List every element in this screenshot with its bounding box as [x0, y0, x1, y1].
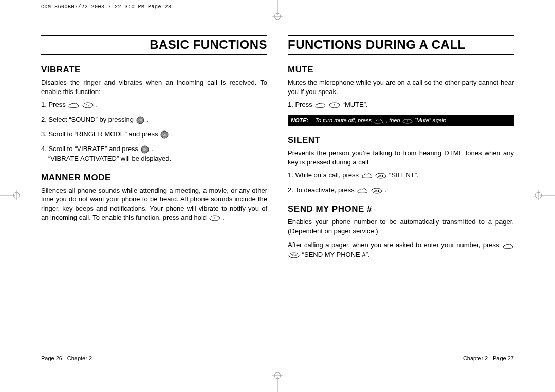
- menu-key-icon: [502, 241, 513, 250]
- ok-key-icon: OK: [141, 145, 149, 154]
- note-label: NOTE:: [291, 117, 308, 123]
- silent-steps: 1. While on a call, press 2ᴀʙ “SILENT”. …: [288, 171, 514, 195]
- step-text-end: “MUTE”.: [343, 101, 368, 108]
- silent-step-1: 1. While on a call, press 2ᴀʙ “SILENT”.: [288, 171, 514, 180]
- page-left: BASIC FUNCTIONS VIBRATE Disables the rin…: [41, 31, 267, 361]
- one-key-icon: 1: [402, 117, 413, 124]
- ok-key-icon: OK: [136, 115, 144, 124]
- svg-text:3ᴅᴇ: 3ᴅᴇ: [291, 254, 297, 257]
- send-body-a: After calling a pager, when you are aske…: [288, 241, 502, 249]
- svg-text:5ᴊᴋ: 5ᴊᴋ: [86, 104, 90, 107]
- svg-text:OK: OK: [138, 119, 142, 122]
- mute-note: NOTE: To turn mute off, press , then 1 “…: [288, 115, 514, 126]
- menu-key-icon: [374, 117, 384, 124]
- crop-mark-right: [534, 190, 555, 200]
- silent-intro: Prevents the person you’re talking to fr…: [288, 148, 514, 166]
- crop-mark-top: [272, 0, 283, 21]
- page-title-left: BASIC FUNCTIONS: [41, 35, 267, 55]
- star-key-icon: *: [209, 213, 220, 222]
- footer-right: Chapter 2 - Page 27: [463, 355, 514, 361]
- mute-intro: Mutes the microphone while you are on a …: [288, 78, 514, 96]
- step-text: 1. Press: [41, 101, 67, 108]
- heading-manner-mode: MANNER MODE: [41, 173, 267, 183]
- note-text-a: To turn mute off, press: [315, 117, 373, 123]
- note-text-b: , then: [386, 117, 402, 123]
- page-spread: BASIC FUNCTIONS VIBRATE Disables the rin…: [41, 31, 514, 361]
- ok-key-icon: OK: [160, 130, 169, 139]
- step-text-end: “SILENT”.: [389, 171, 419, 179]
- vibrate-step-2: 2. Select “SOUND” by pressing OK .: [41, 115, 267, 125]
- five-key-icon: 5ᴊᴋ: [82, 101, 94, 110]
- heading-mute: MUTE: [288, 65, 514, 75]
- send-intro: Enables your phone number to be automati…: [288, 217, 514, 235]
- menu-key-icon: [357, 185, 368, 195]
- heading-vibrate: VIBRATE: [41, 65, 267, 75]
- mute-step-1: 1. Press 1 “MUTE”.: [288, 100, 514, 110]
- step-text-end: .: [151, 145, 153, 153]
- svg-text:OK: OK: [143, 148, 147, 151]
- crop-mark-left: [0, 190, 21, 200]
- step-text-end: .: [385, 186, 387, 194]
- step-subtext: “VIBRATE ACTIVATED” will be displayed.: [48, 154, 267, 163]
- svg-text:1: 1: [334, 104, 336, 107]
- vibrate-step-3: 3. Scroll to “RINGER MODE” and press OK …: [41, 129, 267, 139]
- note-text-c: “Mute” again.: [415, 117, 448, 123]
- step-text: 2. To deactivate, press: [288, 186, 356, 194]
- step-text: 4. Scroll to “VIBRATE” and press: [41, 145, 140, 153]
- step-text-end: .: [96, 101, 98, 108]
- step-text: 1. While on a call, press: [288, 171, 361, 179]
- two-key-icon: 2ᴀʙ: [375, 171, 386, 180]
- heading-silent: SILENT: [288, 135, 514, 145]
- page-right: FUNCTIONS DURING A CALL MUTE Mutes the m…: [288, 31, 514, 361]
- svg-text:*: *: [214, 216, 215, 221]
- vibrate-step-4: 4. Scroll to “VIBRATE” and press OK . “V…: [41, 144, 267, 163]
- svg-text:2ᴀʙ: 2ᴀʙ: [374, 189, 380, 192]
- three-key-icon: 3ᴅᴇ: [288, 251, 300, 260]
- vibrate-step-1: 1. Press 5ᴊᴋ .: [41, 100, 267, 110]
- step-text: 1. Press: [288, 101, 314, 108]
- manner-body-end: .: [223, 214, 225, 221]
- silent-step-2: 2. To deactivate, press 2ᴀʙ .: [288, 185, 514, 195]
- footer-left: Page 26 - Chapter 2: [41, 355, 92, 361]
- page-title-right: FUNCTIONS DURING A CALL: [288, 35, 514, 55]
- send-body-b: “SEND MY PHONE #”.: [302, 251, 370, 258]
- manner-body-text: Silences all phone sounds while attendin…: [41, 186, 267, 221]
- manner-body: Silences all phone sounds while attendin…: [41, 186, 267, 222]
- menu-key-icon: [361, 171, 373, 180]
- svg-text:OK: OK: [163, 133, 167, 136]
- menu-key-icon: [314, 101, 326, 110]
- step-text-end: .: [146, 116, 149, 123]
- vibrate-steps: 1. Press 5ᴊᴋ . 2. Select “SOUND” by pres…: [41, 100, 267, 163]
- one-key-icon: 1: [329, 101, 340, 110]
- step-text: 3. Scroll to “RINGER MODE” and press: [41, 130, 160, 138]
- vibrate-intro: Disables the ringer and vibrates when an…: [41, 78, 267, 96]
- two-key-icon: 2ᴀʙ: [371, 185, 382, 195]
- heading-send-my-phone: SEND MY PHONE #: [288, 204, 514, 214]
- step-text: 2. Select “SOUND” by pressing: [41, 116, 136, 123]
- step-text-end: .: [171, 130, 173, 138]
- crop-mark-bottom: [272, 371, 283, 392]
- mute-steps: 1. Press 1 “MUTE”.: [288, 100, 514, 110]
- menu-key-icon: [68, 101, 79, 110]
- svg-text:1: 1: [406, 120, 408, 123]
- print-meta-header: CDM-8600BM7/22 2003.7.22 3:0 PM Page 28: [41, 4, 172, 10]
- svg-text:2ᴀʙ: 2ᴀʙ: [378, 174, 384, 177]
- send-body: After calling a pager, when you are aske…: [288, 240, 514, 259]
